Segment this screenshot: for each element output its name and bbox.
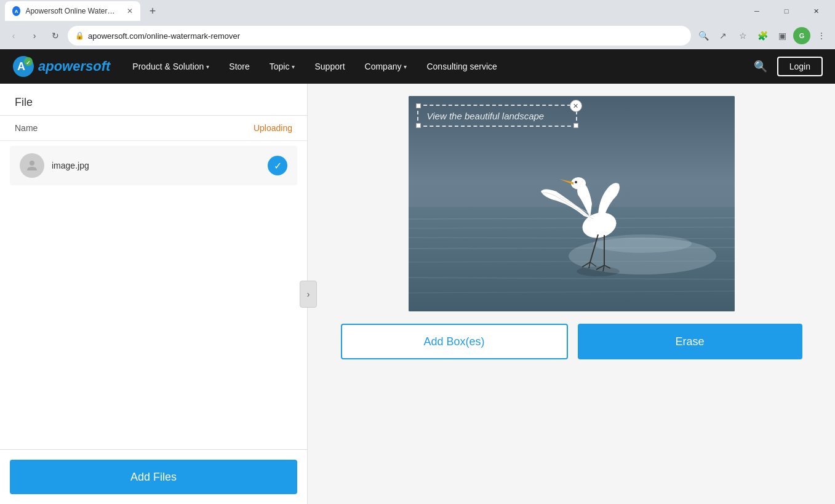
file-table-header: Name Uploading (0, 116, 307, 141)
tab-title: Apowersoft Online Watermark R... (25, 7, 119, 15)
nav-item-product[interactable]: Product & Solution ▾ (122, 49, 219, 84)
logo[interactable]: A ✓ apowersoft (12, 55, 110, 78)
chevron-down-icon: ▾ (206, 63, 209, 70)
nav-items: Product & Solution ▾ Store Topic ▾ Suppo… (122, 49, 751, 84)
svg-point-18 (575, 181, 577, 183)
add-files-area: Add Files (0, 449, 307, 504)
new-tab-button[interactable]: + (144, 2, 161, 20)
svg-point-15 (593, 234, 692, 253)
title-bar: A Apowersoft Online Watermark R... ✕ + ─… (0, 0, 835, 22)
file-row: image.jpg ✓ (10, 146, 297, 185)
tab-favicon: A (12, 6, 20, 16)
nav-item-topic[interactable]: Topic ▾ (260, 49, 305, 84)
add-files-button[interactable]: Add Files (10, 460, 297, 494)
logo-text: apowersoft (38, 58, 110, 74)
close-button[interactable]: ✕ (802, 1, 830, 21)
svg-text:A: A (17, 60, 25, 73)
column-uploading: Uploading (254, 123, 292, 133)
erase-button[interactable]: Erase (578, 324, 802, 359)
svg-point-4 (30, 161, 34, 166)
title-bar-left: A Apowersoft Online Watermark R... ✕ + (5, 1, 161, 21)
svg-point-21 (577, 266, 620, 276)
window-controls: ─ □ ✕ (743, 1, 830, 21)
maximize-button[interactable]: □ (772, 1, 801, 21)
address-bar: ‹ › ↻ 🔒 apowersoft.com/online-watermark-… (0, 22, 835, 49)
file-check-icon: ✓ (268, 156, 287, 175)
panel-collapse-button[interactable]: › (300, 281, 317, 308)
app-navbar: A ✓ apowersoft Product & Solution ▾ Stor… (0, 49, 835, 84)
svg-text:✓: ✓ (26, 60, 31, 66)
logo-icon: A ✓ (12, 55, 34, 78)
extensions-icon[interactable]: 🧩 (754, 27, 771, 44)
image-container: View the beautiful landscape ✕ (409, 96, 735, 311)
resize-handle-bl[interactable] (416, 123, 421, 128)
nav-item-store[interactable]: Store (219, 49, 259, 84)
add-boxes-button[interactable]: Add Box(es) (341, 324, 568, 359)
browser-chrome: A Apowersoft Online Watermark R... ✕ + ─… (0, 0, 835, 49)
file-name: image.jpg (52, 161, 260, 170)
search-icon[interactable]: 🔍 (751, 57, 770, 76)
minimize-button[interactable]: ─ (743, 1, 771, 21)
sidebar-icon[interactable]: ▣ (773, 27, 791, 44)
action-buttons: Add Box(es) Erase (341, 324, 802, 359)
zoom-icon[interactable]: 🔍 (695, 27, 712, 44)
main-content: File Name Uploading image.jpg ✓ › Add Fi… (0, 84, 835, 504)
nav-item-consulting[interactable]: Consulting service (417, 49, 506, 84)
profile-button[interactable]: G (793, 27, 810, 44)
bird-scene: View the beautiful landscape ✕ (409, 96, 735, 311)
url-text: apowersoft.com/online-watermark-remover (88, 31, 240, 41)
user-icon (25, 158, 39, 173)
background-svg (409, 96, 735, 311)
nav-right: 🔍 Login (751, 57, 823, 76)
right-panel: View the beautiful landscape ✕ Add Box(e… (308, 84, 835, 504)
url-bar[interactable]: 🔒 apowersoft.com/online-watermark-remove… (68, 26, 691, 46)
lock-icon: 🔒 (75, 31, 84, 40)
nav-item-company[interactable]: Company ▾ (355, 49, 417, 84)
watermark-close-button[interactable]: ✕ (570, 100, 582, 112)
watermark-selection-box[interactable]: View the beautiful landscape ✕ (417, 105, 577, 127)
resize-handle-tl[interactable] (416, 103, 421, 108)
refresh-button[interactable]: ↻ (47, 27, 64, 44)
panel-title: File (15, 96, 33, 108)
bookmark-icon[interactable]: ☆ (734, 27, 751, 44)
back-button[interactable]: ‹ (5, 27, 22, 44)
watermark-text: View the beautiful landscape (427, 111, 545, 121)
address-bar-actions: 🔍 ↗ ☆ 🧩 ▣ G ⋮ (695, 27, 830, 44)
chevron-down-icon: ▾ (404, 63, 407, 70)
panel-header: File (0, 84, 307, 116)
resize-handle-br[interactable] (573, 123, 578, 128)
chevron-down-icon: ▾ (292, 63, 295, 70)
browser-tab[interactable]: A Apowersoft Online Watermark R... ✕ (5, 1, 140, 21)
share-icon[interactable]: ↗ (714, 27, 732, 44)
menu-icon[interactable]: ⋮ (813, 27, 830, 44)
file-avatar (20, 153, 44, 178)
file-table: Name Uploading image.jpg ✓ (0, 116, 307, 449)
tab-close-icon[interactable]: ✕ (127, 7, 133, 15)
login-button[interactable]: Login (777, 57, 823, 76)
forward-button[interactable]: › (26, 27, 43, 44)
nav-item-support[interactable]: Support (305, 49, 354, 84)
column-name: Name (15, 123, 254, 133)
left-panel: File Name Uploading image.jpg ✓ › Add Fi… (0, 84, 308, 504)
